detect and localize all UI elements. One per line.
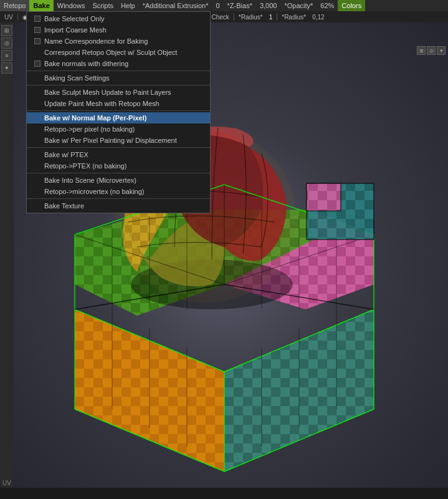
menu-bake[interactable]: Bake xyxy=(29,0,53,11)
dd-label-retopo-microvertex: Retopo->microvertex (no baking) xyxy=(44,188,145,195)
checkbox-bake-normals xyxy=(34,61,41,67)
dd-update-paint-mesh[interactable]: Update Paint Mesh with Retopo Mesh xyxy=(27,98,210,109)
dd-bake-sculpt-mesh[interactable]: Bake Sculpt Mesh Update to Paint Layers xyxy=(27,87,210,98)
menu-scripts[interactable]: Scripts xyxy=(88,0,117,11)
checkbox-import-coarse xyxy=(34,27,41,33)
dd-baking-scan-settings[interactable]: Baking Scan Settings xyxy=(27,72,210,84)
dd-sep-5 xyxy=(27,173,210,173)
dd-label-bake-microvertex: Bake Into Scene (Microvertex) xyxy=(44,177,136,184)
dd-label-retopo-per-pixel: Retopo->per pixel (no baking) xyxy=(44,125,135,133)
viewport-icon-star[interactable]: ✦ xyxy=(437,46,446,55)
dd-sep-2 xyxy=(27,85,210,85)
panel-icon-1[interactable]: ⊞ xyxy=(1,25,12,36)
viewport-icon-camera[interactable]: ◎ xyxy=(427,46,436,55)
dd-label-bake-ptex: Bake w/ PTEX xyxy=(44,151,88,158)
dd-import-coarse-mesh[interactable]: Import Coarse Mesh xyxy=(27,24,210,36)
dd-label-baking-scan: Baking Scan Settings xyxy=(44,74,110,82)
uv-label: UV xyxy=(2,480,11,487)
toolbar-radius-label: *Radius* xyxy=(237,14,265,21)
viewport-icons: ⊞ ◎ ✦ xyxy=(417,46,446,55)
toolbar-sep1 xyxy=(17,13,18,21)
dd-retopo-ptex[interactable]: Retopo->PTEX (no baking) xyxy=(27,160,210,172)
dd-bake-normals-dithering[interactable]: Bake normals with dithering xyxy=(27,58,210,69)
checkbox-name-corr xyxy=(34,38,41,44)
dd-sep-4 xyxy=(27,147,210,148)
toolbar-uv[interactable]: UV xyxy=(2,14,15,21)
dd-bake-per-pixel-displacement[interactable]: Bake w/ Per Pixel Painting w/ Displaceme… xyxy=(27,135,210,146)
toolbar-radius-value: 1 xyxy=(267,14,275,21)
dd-label-name-corr: Name Correspondence for Baking xyxy=(44,37,148,45)
panel-icon-2[interactable]: ◎ xyxy=(1,37,12,49)
menu-additional-extrusion[interactable]: *Additional Extrusion* xyxy=(139,0,212,11)
menu-opacity-value: 62% xyxy=(317,0,338,11)
dd-bake-ptex[interactable]: Bake w/ PTEX xyxy=(27,149,210,160)
dd-retopo-per-pixel[interactable]: Retopo->per pixel (no baking) xyxy=(27,124,210,135)
dd-label-bake-selected: Bake Selected Only xyxy=(44,15,105,22)
dd-bake-microvertex[interactable]: Bake Into Scene (Microvertex) xyxy=(27,175,210,186)
toolbar-radius2-label: *Radius* xyxy=(280,14,308,21)
menu-opacity[interactable]: *Opacity* xyxy=(280,0,317,11)
dd-label-correspond-retopo: Correspond Retopo Object w/ Sculpt Objec… xyxy=(44,49,177,56)
dd-label-bake-texture: Bake Texture xyxy=(44,202,84,210)
dd-label-bake-sculpt: Bake Sculpt Mesh Update to Paint Layers xyxy=(44,89,171,96)
dd-sep-3 xyxy=(27,110,210,111)
dd-label-bake-normals: Bake normals with dithering xyxy=(44,60,128,67)
dd-bake-texture[interactable]: Bake Texture xyxy=(27,200,210,211)
toolbar-radius2-value: 0,12 xyxy=(310,14,326,21)
menu-zero[interactable]: 0 xyxy=(212,0,223,11)
toolbar-sep2 xyxy=(234,13,234,21)
dd-retopo-microvertex[interactable]: Retopo->microvertex (no baking) xyxy=(27,186,210,197)
dd-label-import-coarse: Import Coarse Mesh xyxy=(44,26,107,34)
dd-bake-selected-only[interactable]: Bake Selected Only xyxy=(27,13,210,24)
menu-help[interactable]: Help xyxy=(117,0,139,11)
left-panel: ⊞ ◎ ≡ ✦ xyxy=(0,22,14,499)
svg-rect-53 xyxy=(307,183,341,211)
viewport-icon-grid[interactable]: ⊞ xyxy=(417,46,426,55)
dd-correspond-retopo[interactable]: Correspond Retopo Object w/ Sculpt Objec… xyxy=(27,47,210,58)
dd-label-bake-normal-map: Bake w/ Normal Map (Per-Pixel) xyxy=(44,114,146,122)
statusbar xyxy=(0,488,448,499)
menu-colors[interactable]: Colors xyxy=(338,0,365,11)
dd-label-bake-per-pixel-disp: Bake w/ Per Pixel Painting w/ Displaceme… xyxy=(44,137,177,144)
dropdown-menu: Bake Selected Only Import Coarse Mesh Na… xyxy=(26,11,211,213)
menu-retopo[interactable]: Retopo xyxy=(0,0,29,11)
toolbar-sep3 xyxy=(277,13,277,21)
menu-windows[interactable]: Windows xyxy=(54,0,89,11)
panel-icon-4[interactable]: ✦ xyxy=(1,62,12,74)
dd-bake-normal-map[interactable]: Bake w/ Normal Map (Per-Pixel) xyxy=(27,112,210,124)
menubar: Retopo Bake Windows Scripts Help *Additi… xyxy=(0,0,448,11)
menu-zbias[interactable]: *Z-Bias* xyxy=(224,0,256,11)
checkbox-bake-selected xyxy=(34,16,41,22)
menu-zbias-value: 3,000 xyxy=(256,0,281,11)
dd-name-correspondence[interactable]: Name Correspondence for Baking xyxy=(27,36,210,47)
dd-label-update-paint: Update Paint Mesh with Retopo Mesh xyxy=(44,100,160,107)
dd-sep-1 xyxy=(27,70,210,71)
panel-icon-3[interactable]: ≡ xyxy=(1,50,12,61)
dd-sep-6 xyxy=(27,198,210,199)
dd-label-retopo-ptex: Retopo->PTEX (no baking) xyxy=(44,162,126,170)
